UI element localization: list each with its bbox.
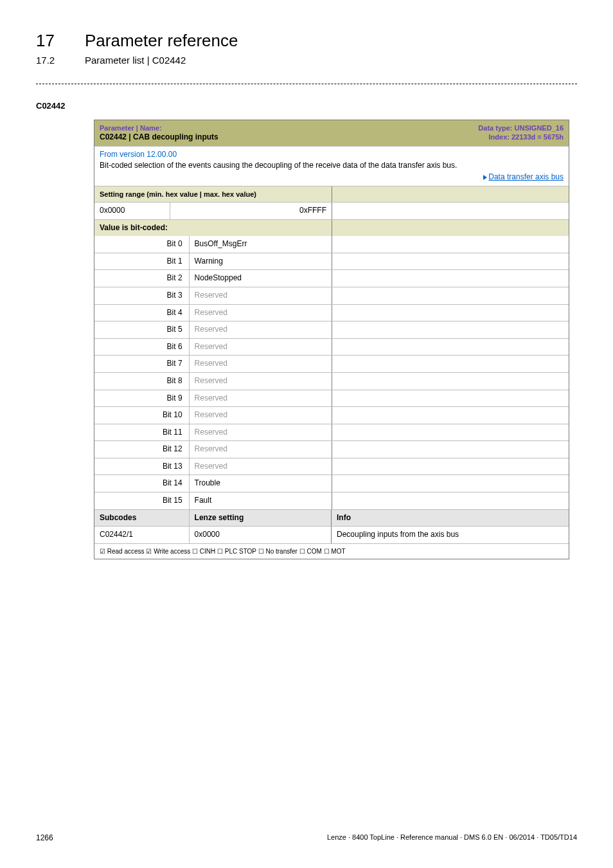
- bit-empty: [332, 270, 569, 287]
- bit-label: Bit 9: [94, 390, 190, 407]
- chapter-number: 17: [36, 31, 69, 51]
- bit-value: Reserved: [190, 321, 332, 338]
- bit-empty: [332, 356, 569, 372]
- bit-row: Bit 1Warning: [94, 253, 569, 270]
- bit-label: Bit 0: [94, 236, 190, 253]
- subcodes-col1: Subcodes: [94, 510, 190, 527]
- bit-row: Bit 10Reserved: [94, 406, 569, 424]
- bit-value: Reserved: [190, 458, 332, 475]
- bit-value: NodeStopped: [190, 270, 332, 287]
- param-name-label: Parameter | Name:: [100, 123, 218, 132]
- bit-value: Reserved: [190, 287, 332, 304]
- bit-row: Bit 8Reserved: [94, 372, 569, 390]
- bit-value: Warning: [190, 253, 332, 270]
- param-type-block: Data type: UNSIGNED_16 Index: 22133d = 5…: [478, 123, 564, 142]
- subcode-setting: 0x0000: [190, 527, 332, 543]
- bit-label: Bit 13: [94, 458, 190, 475]
- triangle-icon: [483, 175, 487, 180]
- bit-row: Bit 3Reserved: [94, 287, 569, 304]
- setting-range-header: Setting range (min. hex value | max. hex…: [94, 186, 569, 202]
- bit-value: Fault: [190, 493, 332, 509]
- bit-empty: [332, 458, 569, 475]
- bit-row: Bit 2NodeStopped: [94, 269, 569, 287]
- bit-value: Reserved: [190, 441, 332, 458]
- subcode-info: Decoupling inputs from the axis bus: [332, 527, 569, 543]
- bit-empty: [332, 441, 569, 458]
- bit-empty: [332, 407, 569, 424]
- bit-value: Reserved: [190, 356, 332, 372]
- bit-empty: [332, 424, 569, 441]
- bit-empty: [332, 236, 569, 253]
- description-row: From version 12.00.00 Bit-coded selectio…: [94, 146, 569, 186]
- setting-min: 0x0000: [94, 203, 170, 219]
- parameter-code-heading: C02442: [36, 101, 577, 111]
- bit-row: Bit 14Trouble: [94, 475, 569, 492]
- bit-value: Reserved: [190, 373, 332, 390]
- setting-range-row: 0x0000 0xFFFF: [94, 202, 569, 219]
- bit-label: Bit 14: [94, 475, 190, 492]
- bit-empty: [332, 373, 569, 390]
- bit-row: Bit 15Fault: [94, 492, 569, 509]
- bit-empty: [332, 390, 569, 407]
- page-footer: 1266 Lenze · 8400 TopLine · Reference ma…: [36, 833, 577, 842]
- bit-label: Bit 1: [94, 253, 190, 270]
- access-flags: ☑ Read access ☑ Write access ☐ CINH ☐ PL…: [94, 544, 569, 559]
- page-number: 1266: [36, 833, 53, 842]
- bit-value: Reserved: [190, 390, 332, 407]
- bit-label: Bit 4: [94, 305, 190, 321]
- section-title: Parameter list | C02442: [85, 55, 186, 66]
- bit-label: Bit 5: [94, 321, 190, 338]
- setting-max: 0xFFFF: [170, 203, 332, 219]
- bit-label: Bit 12: [94, 441, 190, 458]
- param-name-block: Parameter | Name: C02442 | CAB decouplin…: [100, 123, 218, 143]
- subcodes-row: C02442/1 0x0000 Decoupling inputs from t…: [94, 526, 569, 543]
- bit-value: Reserved: [190, 339, 332, 356]
- bitcoded-header: Value is bit-coded:: [94, 219, 569, 237]
- bit-empty: [332, 305, 569, 321]
- bit-label: Bit 3: [94, 287, 190, 304]
- bit-empty: [332, 475, 569, 492]
- access-row: ☑ Read access ☑ Write access ☐ CINH ☐ PL…: [94, 543, 569, 559]
- bit-label: Bit 8: [94, 373, 190, 390]
- divider: [36, 84, 577, 84]
- bit-label: Bit 6: [94, 339, 190, 356]
- bit-label: Bit 10: [94, 407, 190, 424]
- parameter-table: Parameter | Name: C02442 | CAB decouplin…: [94, 120, 569, 559]
- bitcoded-label: Value is bit-coded:: [94, 220, 332, 237]
- bit-empty: [332, 321, 569, 338]
- bit-row: Bit 13Reserved: [94, 458, 569, 475]
- section-heading: 17.2 Parameter list | C02442: [36, 55, 577, 66]
- bit-row: Bit 5Reserved: [94, 321, 569, 338]
- bit-label: Bit 11: [94, 424, 190, 441]
- subcodes-header: Subcodes Lenze setting Info: [94, 509, 569, 527]
- bit-row: Bit 9Reserved: [94, 390, 569, 407]
- bit-row: Bit 7Reserved: [94, 355, 569, 372]
- version-link[interactable]: From version 12.00.00: [100, 150, 564, 160]
- section-number: 17.2: [36, 55, 69, 66]
- bit-row: Bit 12Reserved: [94, 440, 569, 458]
- bit-row: Bit 11Reserved: [94, 424, 569, 441]
- subcodes-col2: Lenze setting: [190, 510, 332, 527]
- bit-value: Reserved: [190, 424, 332, 441]
- subcode-id: C02442/1: [94, 527, 190, 543]
- param-index: Index: 22133d = 5675h: [478, 132, 564, 141]
- bit-row: Bit 4Reserved: [94, 304, 569, 321]
- setting-range-label: Setting range (min. hex value | max. hex…: [94, 186, 332, 202]
- chapter-heading: 17 Parameter reference: [36, 31, 577, 51]
- bit-empty: [332, 287, 569, 304]
- bit-value: Reserved: [190, 305, 332, 321]
- bit-value: Reserved: [190, 407, 332, 424]
- bit-empty: [332, 253, 569, 270]
- table-header-row: Parameter | Name: C02442 | CAB decouplin…: [94, 120, 569, 146]
- bit-value: BusOff_MsgErr: [190, 236, 332, 253]
- bit-row: Bit 6Reserved: [94, 338, 569, 356]
- bit-empty: [332, 339, 569, 356]
- data-transfer-link[interactable]: Data transfer axis bus: [488, 172, 564, 181]
- bit-label: Bit 7: [94, 356, 190, 372]
- param-name-value: C02442 | CAB decoupling inputs: [100, 132, 218, 143]
- bit-label: Bit 2: [94, 270, 190, 287]
- description-text: Bit-coded selection of the events causin…: [100, 161, 564, 171]
- bit-row: Bit 0BusOff_MsgErr: [94, 236, 569, 253]
- param-datatype: Data type: UNSIGNED_16: [478, 123, 564, 132]
- bit-value: Trouble: [190, 475, 332, 492]
